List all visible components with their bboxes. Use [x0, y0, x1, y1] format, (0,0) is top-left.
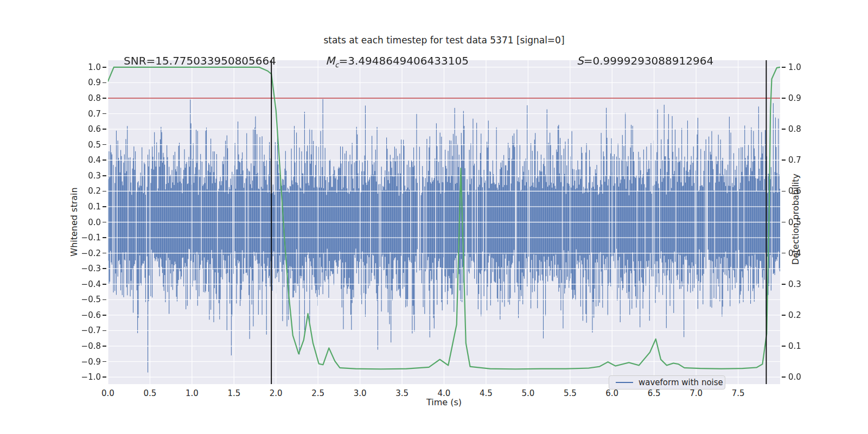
legend-line-sample: [616, 382, 633, 383]
x-tick-label: 7.5: [725, 388, 752, 398]
x-tick-label: 5.0: [514, 388, 541, 398]
y-right-tick-label: 0.9: [788, 93, 821, 103]
x-axis-label: Time (s): [108, 397, 780, 407]
y-left-tick-label: 0.0: [54, 218, 101, 227]
x-tick-label: 2.5: [304, 388, 331, 398]
y-left-tick-label: 0.3: [54, 171, 101, 181]
y-left-tick-mark: [103, 222, 106, 223]
x-tick-label: 0.0: [94, 388, 122, 398]
y-left-tick-label: −0.7: [54, 326, 101, 335]
y-right-tick-label: 0.1: [788, 341, 821, 351]
y-right-tick-mark: [782, 159, 786, 161]
chart-title: stats at each timestep for test data 537…: [108, 35, 780, 46]
annotation-snr-value: =15.775033950805664: [146, 54, 276, 67]
x-tick-label: 2.0: [263, 388, 290, 398]
y-left-tick-label: 0.7: [54, 109, 101, 119]
y-left-tick-label: −1.0: [54, 372, 101, 382]
annotation-mc-value: =3.4948649406433105: [339, 54, 468, 67]
y-right-tick-label: 0.3: [788, 279, 821, 289]
y-left-tick-label: −0.6: [54, 310, 101, 320]
legend-entry-label: waveform with noise: [639, 378, 723, 387]
x-tick-label: 7.0: [682, 388, 710, 398]
y-left-tick-mark: [103, 144, 106, 145]
y-left-tick-label: 0.9: [54, 78, 101, 87]
y-left-tick-mark: [103, 206, 106, 207]
y-right-tick-mark: [782, 98, 786, 99]
y-left-tick-label: −0.3: [54, 264, 101, 273]
y-left-tick-label: −0.5: [54, 295, 101, 304]
y-right-tick-mark: [782, 67, 786, 68]
y-left-tick-mark: [103, 82, 106, 84]
y-right-tick-label: 0.4: [788, 248, 821, 258]
annotation-mc-symbol: M: [326, 54, 335, 67]
y-left-tick-label: 0.1: [54, 202, 101, 212]
y-left-tick-mark: [103, 237, 106, 238]
y-left-tick-label: −0.9: [54, 357, 101, 367]
plot-area: [108, 60, 780, 384]
x-tick-label: 1.0: [178, 388, 206, 398]
y-left-tick-label: −0.4: [54, 279, 101, 289]
y-left-tick-label: 0.8: [54, 93, 101, 103]
y-right-tick-label: 0.2: [788, 310, 821, 320]
y-right-tick-label: 0.8: [788, 124, 821, 134]
y-left-tick-label: 0.2: [54, 186, 101, 196]
y-left-tick-label: −0.2: [54, 248, 101, 258]
annotation-snr: SNR=15.775033950805664: [124, 54, 276, 67]
y-right-tick-mark: [782, 315, 786, 316]
y-left-tick-mark: [103, 284, 106, 285]
x-tick-label: 5.5: [557, 388, 584, 398]
y-left-tick-mark: [103, 253, 106, 254]
x-tick-label: 0.5: [136, 388, 163, 398]
x-tick-label: 3.5: [388, 388, 416, 398]
y-left-tick-mark: [103, 376, 106, 378]
annotation-s-symbol: S: [577, 54, 584, 67]
x-tick-label: 6.5: [641, 388, 668, 398]
y-right-tick-mark: [782, 191, 786, 192]
x-tick-label: 3.0: [347, 388, 374, 398]
y-left-tick-mark: [103, 268, 106, 269]
y-left-tick-label: −0.1: [54, 233, 101, 242]
y-left-tick-mark: [103, 361, 106, 362]
y-left-tick-mark: [103, 113, 106, 114]
figure: stats at each timestep for test data 537…: [0, 0, 868, 434]
y-right-tick-mark: [782, 376, 786, 378]
y-right-tick-mark: [782, 129, 786, 130]
y-right-tick-label: 0.7: [788, 155, 821, 165]
y-left-tick-label: 0.4: [54, 155, 101, 165]
annotation-s-value: =0.9999293088912964: [584, 54, 713, 67]
y-left-tick-mark: [103, 175, 106, 176]
x-tick-label: 1.5: [220, 388, 247, 398]
legend: waveform with noise: [609, 375, 725, 390]
y-right-tick-mark: [782, 284, 786, 285]
x-tick-label: 4.0: [431, 388, 458, 398]
y-left-tick-mark: [103, 299, 106, 301]
y-left-tick-label: 0.5: [54, 140, 101, 150]
x-tick-label: 4.5: [473, 388, 500, 398]
y-right-tick-label: 0.6: [788, 186, 821, 196]
y-right-tick-mark: [782, 253, 786, 254]
y-left-tick-label: −0.8: [54, 341, 101, 351]
annotation-snr-label: SNR: [124, 54, 146, 67]
y-left-tick-label: 1.0: [54, 62, 101, 72]
y-left-tick-mark: [103, 98, 106, 99]
y-left-tick-mark: [103, 191, 106, 192]
y-right-tick-label: 0.0: [788, 372, 821, 382]
annotation-chirp-mass: Mc=3.4948649406433105: [326, 54, 469, 69]
y-left-tick-mark: [103, 315, 106, 316]
y-left-tick-mark: [103, 346, 106, 347]
y-left-tick-mark: [103, 67, 106, 68]
x-tick-label: 6.0: [598, 388, 626, 398]
annotation-significance: S=0.9999293088912964: [577, 54, 713, 67]
y-left-tick-mark: [103, 330, 106, 331]
y-left-tick-mark: [103, 129, 106, 130]
y-left-tick-label: 0.6: [54, 124, 101, 134]
y-right-tick-label: 1.0: [788, 62, 821, 72]
y-left-tick-mark: [103, 159, 106, 161]
y-right-tick-mark: [782, 222, 786, 223]
y-right-tick-mark: [782, 346, 786, 347]
y-right-tick-label: 0.5: [788, 218, 821, 227]
